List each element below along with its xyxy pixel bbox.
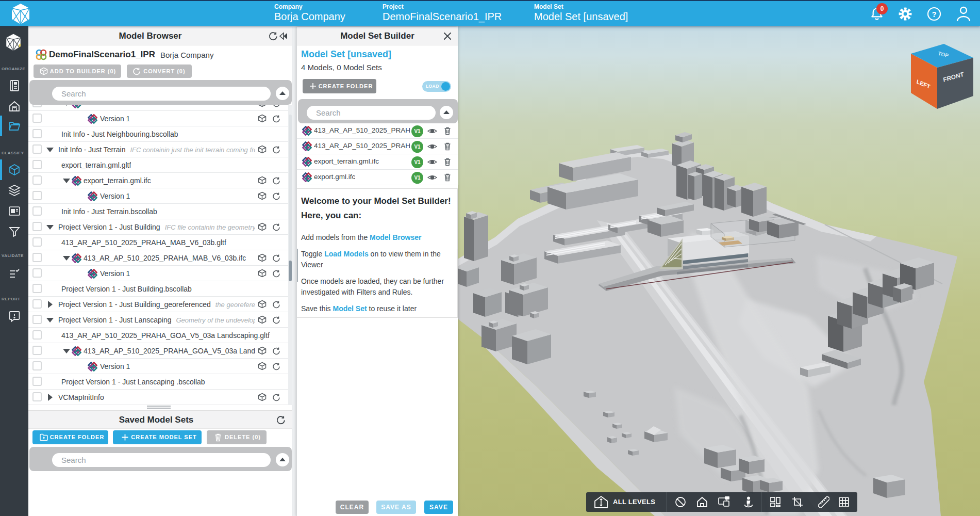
svg-text:?: ? bbox=[932, 10, 936, 19]
svg-text:2D: 2D bbox=[726, 496, 729, 499]
